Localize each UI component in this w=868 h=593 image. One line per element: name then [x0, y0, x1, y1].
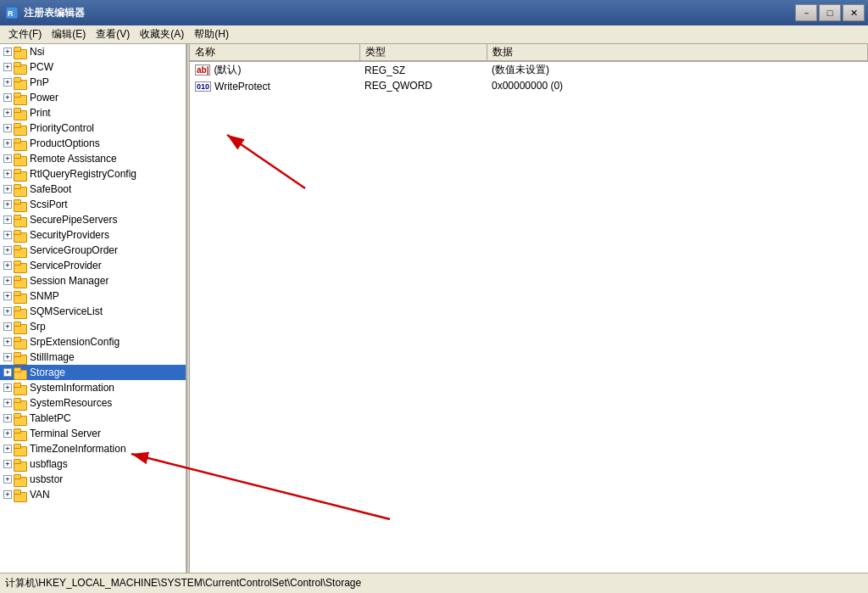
status-bar: 计算机\HKEY_LOCAL_MACHINE\SYSTEM\CurrentCon…	[0, 573, 868, 593]
menu-bar: 文件(F) 编辑(E) 查看(V) 收藏夹(A) 帮助(H)	[0, 25, 868, 44]
tree-item[interactable]: +ServiceGroupOrder	[0, 243, 186, 258]
expand-button[interactable]: +	[3, 48, 12, 56]
folder-icon	[14, 137, 27, 149]
tree-item-label: Remote Assistance	[30, 151, 117, 166]
expand-button[interactable]: +	[3, 231, 12, 239]
expand-button[interactable]: +	[3, 109, 12, 117]
tree-item[interactable]: +usbflags	[0, 456, 186, 472]
tree-item[interactable]: +SystemResources	[0, 395, 186, 411]
tree-item[interactable]: +Nsi	[0, 44, 186, 59]
expand-button[interactable]: +	[3, 368, 12, 377]
maximize-button[interactable]: □	[819, 4, 841, 21]
tree-item[interactable]: +SecurePipeServers	[0, 212, 186, 227]
table-row[interactable]: ab|(默认)REG_SZ(数值未设置)	[190, 61, 868, 78]
expand-button[interactable]: +	[3, 490, 12, 499]
expand-button[interactable]: +	[3, 154, 12, 163]
folder-icon	[14, 428, 27, 439]
menu-help[interactable]: 帮助(H)	[189, 25, 234, 43]
expand-button[interactable]: +	[3, 124, 12, 132]
tree-item[interactable]: +SafeBoot	[0, 182, 186, 197]
svg-text:R: R	[8, 9, 14, 18]
tree-item[interactable]: +Remote Assistance	[0, 151, 186, 166]
expand-button[interactable]: +	[3, 338, 12, 346]
tree-item[interactable]: +TabletPC	[0, 411, 186, 426]
tree-item[interactable]: +ScsiPort	[0, 197, 186, 212]
close-button[interactable]: ✕	[843, 4, 865, 21]
expand-button[interactable]: +	[3, 246, 12, 255]
tree-item[interactable]: +SNMP	[0, 288, 186, 304]
main-content: +Nsi+PCW+PnP+Power+Print+PriorityControl…	[0, 44, 868, 573]
tree-item-label: SafeBoot	[30, 182, 71, 197]
tree-item-label: SNMP	[30, 288, 59, 304]
tree-item[interactable]: +SecurityProviders	[0, 227, 186, 243]
tree-item[interactable]: +Terminal Server	[0, 426, 186, 441]
tree-item[interactable]: +ProductOptions	[0, 136, 186, 151]
expand-button[interactable]: +	[3, 475, 12, 484]
expand-button[interactable]: +	[3, 322, 12, 331]
tree-item-label: SystemResources	[30, 395, 112, 411]
expand-button[interactable]: +	[3, 185, 12, 193]
title-buttons: － □ ✕	[795, 4, 865, 21]
col-type[interactable]: 类型	[359, 44, 487, 61]
tree-item[interactable]: +PCW	[0, 59, 186, 75]
tree-item-label: Srp	[30, 319, 46, 334]
expand-button[interactable]: +	[3, 429, 12, 438]
tree-item[interactable]: +StillImage	[0, 350, 186, 365]
tree-item[interactable]: +SystemInformation	[0, 380, 186, 395]
col-name[interactable]: 名称	[190, 44, 359, 61]
menu-view[interactable]: 查看(V)	[91, 25, 135, 43]
folder-icon	[14, 183, 27, 195]
tree-item[interactable]: +PnP	[0, 75, 186, 90]
tree-item[interactable]: +TimeZoneInformation	[0, 441, 186, 456]
tree-item[interactable]: +Session Manager	[0, 273, 186, 288]
expand-button[interactable]: +	[3, 200, 12, 209]
tree-item[interactable]: +Srp	[0, 319, 186, 334]
reg-type-cell: REG_QWORD	[359, 78, 487, 93]
folder-icon	[14, 397, 27, 409]
tree-item[interactable]: +SQMServiceList	[0, 304, 186, 319]
folder-icon	[14, 458, 27, 470]
expand-button[interactable]: +	[3, 414, 12, 422]
expand-button[interactable]: +	[3, 78, 12, 87]
tree-item[interactable]: +ServiceProvider	[0, 258, 186, 273]
expand-button[interactable]: +	[3, 399, 12, 407]
expand-button[interactable]: +	[3, 139, 12, 148]
tree-panel[interactable]: +Nsi+PCW+PnP+Power+Print+PriorityControl…	[0, 44, 186, 573]
tree-item[interactable]: +Storage	[0, 365, 186, 380]
menu-edit[interactable]: 编辑(E)	[47, 25, 91, 43]
tree-item-label: SrpExtensionConfig	[30, 334, 120, 350]
expand-button[interactable]: +	[3, 460, 12, 468]
menu-favorites[interactable]: 收藏夹(A)	[135, 25, 189, 43]
folder-icon	[14, 275, 27, 287]
expand-button[interactable]: +	[3, 63, 12, 71]
tree-item[interactable]: +PriorityControl	[0, 120, 186, 136]
expand-button[interactable]: +	[3, 383, 12, 392]
expand-button[interactable]: +	[3, 170, 12, 178]
tree-item[interactable]: +Print	[0, 105, 186, 120]
expand-button[interactable]: +	[3, 261, 12, 270]
tree-item-label: usbflags	[30, 456, 68, 472]
ab-icon: ab|	[195, 64, 210, 76]
expand-button[interactable]: +	[3, 215, 12, 224]
col-data[interactable]: 数据	[487, 44, 868, 61]
reg-data-cell: (数值未设置)	[487, 61, 868, 78]
menu-file[interactable]: 文件(F)	[3, 25, 47, 43]
tree-item[interactable]: +VAN	[0, 487, 186, 502]
expand-button[interactable]: +	[3, 445, 12, 453]
tree-item[interactable]: +Power	[0, 90, 186, 105]
expand-button[interactable]: +	[3, 353, 12, 361]
expand-button[interactable]: +	[3, 292, 12, 300]
tree-item-label: PnP	[30, 75, 49, 90]
folder-icon	[14, 443, 27, 455]
expand-button[interactable]: +	[3, 277, 12, 285]
minimize-button[interactable]: －	[795, 4, 817, 21]
tree-item[interactable]: +usbstor	[0, 472, 186, 487]
folder-icon	[14, 244, 27, 256]
tree-item[interactable]: +SrpExtensionConfig	[0, 334, 186, 350]
expand-button[interactable]: +	[3, 307, 12, 316]
window-title: 注册表编辑器	[24, 6, 85, 20]
table-row[interactable]: 010WriteProtectREG_QWORD0x00000000 (0)	[190, 78, 868, 93]
expand-button[interactable]: +	[3, 93, 12, 102]
tree-item[interactable]: +RtlQueryRegistryConfig	[0, 166, 186, 182]
tree-item-label: SystemInformation	[30, 380, 114, 395]
